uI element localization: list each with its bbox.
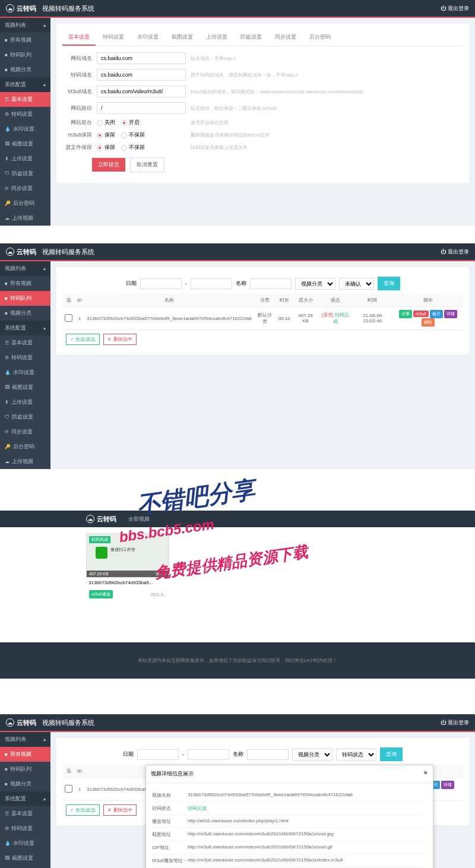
sidebar-group[interactable]: 视频列表▴ [0,18,50,33]
menu-icon: ■ [5,281,8,286]
radio-option[interactable]: 保留 [97,131,115,139]
sidebar-item[interactable]: 🖼截图设置 [0,380,50,395]
action-badge[interactable]: 详情 [444,310,457,318]
text-input[interactable] [97,102,186,114]
power-icon: ⏻ [441,249,446,255]
sidebar-group[interactable]: 系统配置▴ [0,77,50,92]
sidebar-item[interactable]: ■所有视频 [0,276,50,291]
name-input[interactable] [247,749,289,760]
radio-option[interactable]: 不保留 [121,131,145,139]
text-input[interactable] [97,69,186,81]
sidebar-item[interactable]: ⚙转码设置 [0,821,50,836]
sidebar-group[interactable]: 视频列表▴ [0,732,50,747]
logout-link[interactable]: ⏻ 退出登录 [441,5,469,12]
logout-link[interactable]: ⏻退出登录 [441,719,469,727]
sidebar-item[interactable]: ☁上传视频 [0,454,50,469]
close-icon[interactable]: ✕ [423,770,428,778]
tab[interactable]: 上传设置 [200,30,233,46]
sidebar-item[interactable]: ⟳同步设置 [0,425,50,439]
sidebar-item[interactable]: 🛡防盗设置 [0,166,50,181]
sidebar-item[interactable]: 🖼截图设置 [0,851,50,866]
status-select[interactable]: 转码状态 [336,749,376,761]
category-select[interactable]: 视频分类 [292,749,332,761]
logout-link[interactable]: ⏻退出登录 [441,248,469,256]
sidebar-item[interactable]: ■所有视频 [0,33,50,47]
sidebar-item[interactable]: ⬆上传设置 [0,395,50,410]
sidebar-item[interactable]: ☰基本设置 [0,92,50,107]
sidebar-item[interactable]: 💧水印设置 [0,836,50,851]
footer-disclaimer: 本站资源均来自互联网收集发布，如果侵犯了您的权益请与我们联系，我们将在24小时内… [6,651,469,670]
category-select[interactable]: 视频分类 [295,278,335,290]
brand: 云转码 [17,4,36,13]
action-badge[interactable]: 分享 [399,310,412,318]
date-from-input[interactable] [140,278,182,289]
sidebar-item[interactable]: ■视频分类 [0,62,50,77]
menu-icon: 🖼 [5,141,10,147]
tab[interactable]: 基本设置 [62,30,96,46]
date-to-input[interactable] [188,749,229,760]
sidebar-item[interactable]: ■转码队列 [0,762,50,777]
status-select[interactable]: 未确认 [339,278,374,290]
video-card[interactable]: 转码完成 微信扫工作室···· 407.29 KB00:10 3136673d5… [86,533,169,601]
date-to-input[interactable] [191,278,232,289]
sidebar-item[interactable]: ⬆上传设置 [0,151,50,166]
action-badge[interactable]: 详情 [441,781,454,789]
query-button[interactable]: 查询 [380,747,403,761]
sidebar-item[interactable]: ☁上传视频 [0,211,50,226]
radio-option[interactable]: 开启 [121,119,140,126]
sidebar-group[interactable]: 视频列表▴ [0,261,50,276]
sidebar-item[interactable]: 🔑后台密码 [0,196,50,211]
sidebar-group[interactable]: 系统配置▴ [0,321,50,335]
tab[interactable]: 防盗设置 [235,30,268,46]
sidebar-item[interactable]: 💧水印设置 [0,365,50,380]
row-checkbox[interactable] [65,785,72,793]
sidebar-item[interactable]: ■转码队列 [0,47,50,62]
select-all-button[interactable]: ✓ 全选/反选 [66,334,100,345]
tab[interactable]: 水印设置 [131,30,164,46]
play-button[interactable]: m3u8播放 [89,590,113,598]
sidebar-item[interactable]: 🛡防盗设置 [0,410,50,425]
sidebar-item[interactable]: 🔑后台密码 [0,439,50,454]
reset-button[interactable]: 取消重置 [130,157,164,172]
sidebar-item[interactable]: ☰基本设置 [0,806,50,821]
nav-all-videos[interactable]: 全部视频 [128,515,150,523]
menu-icon: ■ [5,311,8,316]
sidebar-item[interactable]: ■视频分类 [0,777,50,791]
menu-icon: ■ [5,766,8,772]
tab[interactable]: 转码设置 [97,30,130,46]
delete-selected-button[interactable]: ✕ 删除选中 [103,334,136,345]
tab[interactable]: 截图设置 [166,30,199,46]
sidebar-item[interactable]: 💧水印设置 [0,122,50,137]
select-all-button[interactable]: ✓ 全选/反选 [66,804,100,816]
tabs: 基本设置转码设置水印设置截图设置上传设置防盗设置同步设置后台密码 [62,30,463,46]
sidebar-item[interactable]: 🖼截图设置 [0,137,50,151]
action-badge[interactable]: m3u8 [413,311,429,317]
delete-selected-button[interactable]: ✕ 删除选中 [103,804,136,816]
sidebar-item[interactable]: ■视频分类 [0,306,50,321]
action-badge[interactable]: 删除 [422,318,435,327]
sidebar-item[interactable]: ⬆上传设置 [0,866,50,868]
radio-option[interactable]: 保留 [97,144,115,151]
sidebar-item[interactable]: ■所有视频 [0,747,50,762]
radio-option[interactable]: 关闭 [97,119,115,126]
header: ☁云转码视频转码服务系统 ⏻退出登录 [0,714,475,731]
text-input[interactable] [97,85,186,97]
tab[interactable]: 同步设置 [269,30,302,46]
name-input[interactable] [250,278,292,289]
sidebar-item[interactable]: ⚙转码设置 [0,107,50,122]
sidebar-item[interactable]: ⟳同步设置 [0,181,50,196]
row-checkbox[interactable] [65,314,72,322]
tab[interactable]: 后台密码 [303,30,337,46]
menu-icon: 🛡 [5,414,10,420]
menu-icon: ☰ [5,811,9,816]
text-input[interactable] [97,52,186,64]
save-button[interactable]: 立即提交 [92,158,125,172]
sidebar-item[interactable]: ⚙转码设置 [0,350,50,365]
query-button[interactable]: 查询 [378,277,400,290]
radio-option[interactable]: 不保留 [121,144,145,151]
sidebar-item[interactable]: ■转码队列 [0,291,50,306]
sidebar-group[interactable]: 系统配置▴ [0,791,50,806]
date-from-input[interactable] [137,749,179,760]
action-badge[interactable]: 截片 [430,310,443,318]
sidebar-item[interactable]: ☰基本设置 [0,335,50,350]
